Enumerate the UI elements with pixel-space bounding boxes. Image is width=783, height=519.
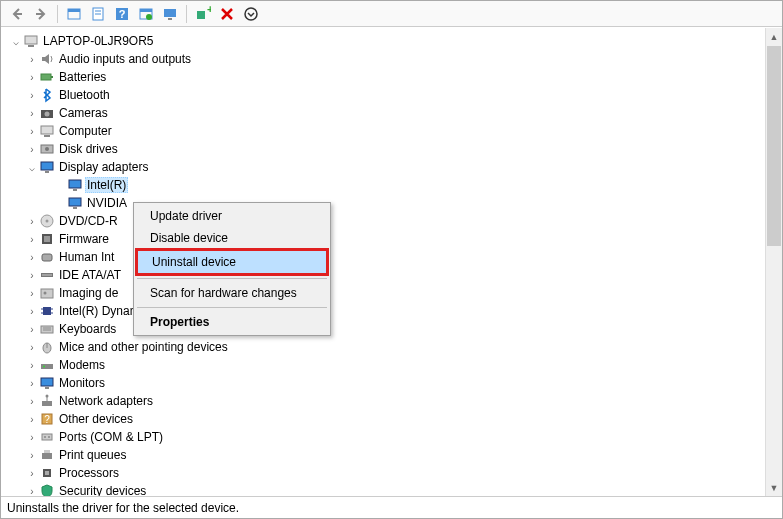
tree-node[interactable]: ›Batteries [1,68,765,86]
chevron-right-icon[interactable]: › [25,486,39,497]
context-menu-item[interactable]: Scan for hardware changes [136,282,328,304]
chevron-down-icon[interactable]: ⌵ [9,36,23,47]
svg-rect-40 [43,307,51,315]
tree-node[interactable]: ›Network adapters [1,392,765,410]
uninstall-button[interactable] [215,3,239,25]
svg-point-61 [48,436,50,438]
context-menu-item[interactable]: Disable device [136,227,328,249]
chevron-right-icon[interactable]: › [25,234,39,245]
tree-node-label: Audio inputs and outputs [57,52,193,66]
tree-node[interactable]: ›Audio inputs and outputs [1,50,765,68]
tree-node[interactable]: ›Mice and other pointing devices [1,338,765,356]
properties-button[interactable] [86,3,110,25]
tree-node-label: NVIDIA [85,196,129,210]
cpu-icon [39,465,55,481]
forward-button[interactable] [29,3,53,25]
context-menu-item[interactable]: Properties [136,311,328,333]
tree-node[interactable]: ›Print queues [1,446,765,464]
device-tree[interactable]: ⌵LAPTOP-0LJR9OR5›Audio inputs and output… [1,28,765,496]
tree-node[interactable]: Intel(R) [1,176,765,194]
sheet-icon [90,6,106,22]
chevron-right-icon[interactable]: › [25,252,39,263]
help-button[interactable]: ? [110,3,134,25]
chevron-right-icon[interactable]: › [25,306,39,317]
svg-rect-52 [41,378,53,386]
chevron-right-icon[interactable]: › [25,432,39,443]
monitor-icon [39,375,55,391]
chevron-right-icon[interactable]: › [25,144,39,155]
status-text: Uninstalls the driver for the selected d… [7,501,239,515]
context-menu-separator [137,278,327,279]
tree-node[interactable]: ›Ports (COM & LPT) [1,428,765,446]
computer-icon [39,123,55,139]
svg-rect-34 [44,236,50,242]
chevron-right-icon[interactable]: › [25,54,39,65]
arrow-right-icon [33,6,49,22]
svg-text:+: + [207,6,211,15]
chevron-right-icon[interactable]: › [25,126,39,137]
chevron-down-icon[interactable]: ⌵ [25,162,39,173]
tree-node-label: Print queues [57,448,128,462]
context-menu-item[interactable]: Update driver [136,205,328,227]
tree-node[interactable]: ›Human Int [1,248,765,266]
tree-node[interactable]: ›Imaging de [1,284,765,302]
chevron-right-icon[interactable]: › [25,468,39,479]
context-menu-item[interactable]: Uninstall device [135,248,329,276]
chevron-right-icon[interactable]: › [25,360,39,371]
imaging-icon [39,285,55,301]
tree-node[interactable]: ›Cameras [1,104,765,122]
svg-point-9 [146,14,152,20]
camera-icon [39,105,55,121]
tree-node[interactable]: ›Security devices [1,482,765,496]
battery-icon [39,69,55,85]
chevron-right-icon[interactable]: › [25,324,39,335]
chevron-right-icon[interactable]: › [25,288,39,299]
tree-node[interactable]: ›?Other devices [1,410,765,428]
tree-node-label: Imaging de [57,286,120,300]
tree-node[interactable]: ›Firmware [1,230,765,248]
tree-node[interactable]: ›Modems [1,356,765,374]
tree-node[interactable]: ⌵Display adapters [1,158,765,176]
add-hardware-icon: + [195,6,211,22]
chevron-right-icon[interactable]: › [25,270,39,281]
tree-node-label: Network adapters [57,394,155,408]
tree-node[interactable]: ›Monitors [1,374,765,392]
scroll-down-icon[interactable]: ▼ [766,479,782,496]
chevron-right-icon[interactable]: › [25,72,39,83]
tree-node[interactable]: NVIDIA [1,194,765,212]
tree-node[interactable]: ⌵LAPTOP-0LJR9OR5 [1,32,765,50]
more-button[interactable] [239,3,263,25]
chevron-right-icon[interactable]: › [25,414,39,425]
update-driver-button[interactable] [134,3,158,25]
chevron-right-icon[interactable]: › [25,342,39,353]
tree-node[interactable]: ›DVD/CD-R [1,212,765,230]
back-button[interactable] [5,3,29,25]
svg-rect-65 [45,471,49,475]
tree-node[interactable]: ›Keyboards [1,320,765,338]
scrollbar-thumb[interactable] [767,46,781,246]
add-legacy-button[interactable]: + [191,3,215,25]
tree-node-label: Keyboards [57,322,118,336]
chevron-right-icon[interactable]: › [25,378,39,389]
tree-node[interactable]: ›Computer [1,122,765,140]
chevron-right-icon[interactable]: › [25,450,39,461]
help-icon: ? [114,6,130,22]
tree-node[interactable]: ›Disk drives [1,140,765,158]
tree-node[interactable]: ›IDE ATA/AT [1,266,765,284]
tree-node[interactable]: ›Bluetooth [1,86,765,104]
vertical-scrollbar[interactable]: ▲ ▼ [765,28,782,496]
scroll-up-icon[interactable]: ▲ [766,28,782,45]
svg-point-32 [46,220,49,223]
tree-node-label: IDE ATA/AT [57,268,123,282]
tree-node[interactable]: ›Processors [1,464,765,482]
chevron-right-icon[interactable]: › [25,216,39,227]
svg-rect-12 [197,11,205,19]
chevron-right-icon[interactable]: › [25,396,39,407]
panel-icon [66,6,82,22]
scan-hardware-button[interactable] [158,3,182,25]
monitor-scan-icon [162,6,178,22]
chevron-right-icon[interactable]: › [25,90,39,101]
chevron-right-icon[interactable]: › [25,108,39,119]
show-hidden-button[interactable] [62,3,86,25]
tree-node[interactable]: ›Intel(R) Dynamic Platform and Thermal F… [1,302,765,320]
